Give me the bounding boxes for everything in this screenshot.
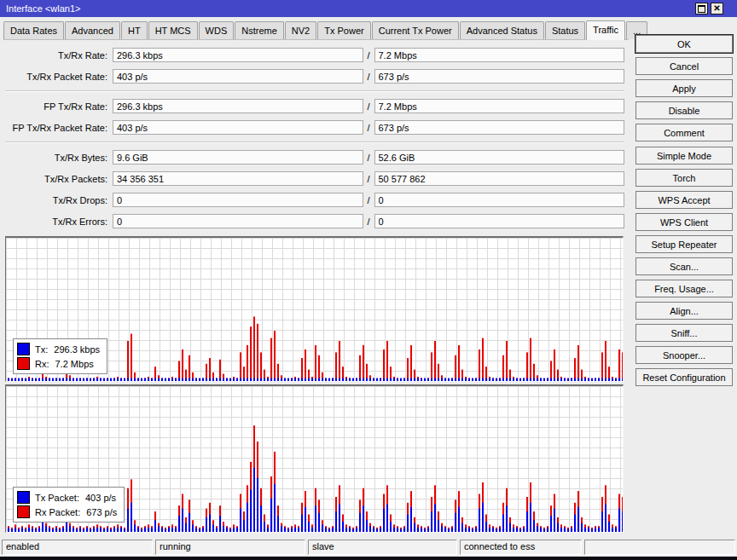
- slash-separator: /: [363, 50, 374, 61]
- traffic-packet-chart: Tx Packet: 403 p/s Rx Packet: 673 p/s: [5, 384, 624, 533]
- close-button[interactable]: ✕: [711, 3, 723, 14]
- legend-value: 7.2 Mbps: [55, 359, 94, 369]
- slash-separator: /: [363, 195, 374, 205]
- tab-nstreme[interactable]: Nstreme: [235, 21, 284, 39]
- window-bottom-edge: [0, 557, 737, 560]
- fp-rx-rate-field[interactable]: [374, 99, 625, 113]
- txrx-bytes-label: Tx/Rx Bytes:: [5, 153, 113, 163]
- simple-mode-button[interactable]: Simple Mode: [635, 147, 733, 165]
- slash-separator: /: [363, 72, 374, 82]
- legend-label: Tx:: [35, 344, 48, 355]
- txrx-packets-label: Tx/Rx Packets:: [5, 174, 113, 184]
- status-slave: slave: [308, 540, 457, 555]
- txrx-packet-rate-row: Tx/Rx Packet Rate: /: [5, 69, 624, 84]
- scan-button[interactable]: Scan...: [635, 257, 733, 275]
- rx-packets-field[interactable]: [374, 171, 625, 186]
- status-connected: connected to ess: [460, 540, 582, 555]
- tx-errors-field[interactable]: [113, 214, 363, 228]
- tab-status[interactable]: Status: [545, 21, 585, 39]
- tx-rate-field[interactable]: [113, 48, 363, 62]
- slash-separator: /: [363, 216, 374, 227]
- group-separator: [5, 90, 624, 92]
- legend-row-rx-packet: Rx Packet: 673 p/s: [17, 505, 117, 519]
- wps-accept-button[interactable]: WPS Accept: [635, 191, 733, 209]
- tab-current-tx-power[interactable]: Current Tx Power: [372, 21, 459, 39]
- legend-row-rx: Rx: 7.2 Mbps: [17, 356, 100, 371]
- txrx-errors-label: Tx/Rx Errors:: [5, 216, 113, 227]
- txrx-rate-row: Tx/Rx Rate: /: [5, 48, 624, 62]
- snooper-button[interactable]: Snooper...: [635, 346, 733, 364]
- txrx-packets-row: Tx/Rx Packets: /: [5, 171, 624, 186]
- align-button[interactable]: Align...: [635, 302, 733, 320]
- close-icon: ✕: [713, 4, 720, 13]
- tx-color-swatch: [17, 491, 30, 504]
- tab-advanced[interactable]: Advanced: [65, 21, 120, 39]
- sniff-button[interactable]: Sniff...: [635, 324, 733, 342]
- legend-row-tx: Tx: 296.3 kbps: [17, 342, 100, 356]
- tab-tx-power[interactable]: Tx Power: [317, 21, 370, 39]
- tab-wds[interactable]: WDS: [199, 21, 235, 39]
- fp-txrx-rate-label: FP Tx/Rx Rate:: [5, 101, 113, 112]
- legend-value: 296.3 kbps: [54, 344, 100, 355]
- tx-drops-field[interactable]: [113, 193, 363, 207]
- tab-ht-mcs[interactable]: HT MCS: [148, 21, 198, 39]
- legend-label: Rx:: [35, 359, 49, 369]
- txrx-errors-row: Tx/Rx Errors: /: [5, 214, 624, 228]
- legend-label: Tx Packet:: [35, 493, 79, 503]
- disable-button[interactable]: Disable: [635, 101, 733, 119]
- fp-txrx-rate-row: FP Tx/Rx Rate: /: [5, 99, 624, 113]
- reset-configuration-button[interactable]: Reset Configuration: [635, 368, 733, 386]
- rx-rate-field[interactable]: [374, 48, 625, 62]
- rx-color-swatch: [17, 357, 30, 370]
- rx-drops-field[interactable]: [374, 193, 625, 207]
- rate-legend: Tx: 296.3 kbps Rx: 7.2 Mbps: [13, 338, 107, 374]
- freq-usage-button[interactable]: Freq. Usage...: [635, 280, 733, 297]
- legend-value: 403 p/s: [85, 493, 116, 503]
- tx-color-swatch: [17, 343, 30, 355]
- window-title: Interface <wlan1>: [6, 3, 80, 14]
- txrx-drops-label: Tx/Rx Drops:: [5, 195, 113, 205]
- setup-repeater-button[interactable]: Setup Repeater: [635, 235, 733, 253]
- fp-tx-rate-field[interactable]: [113, 99, 363, 113]
- traffic-rate-chart: Tx: 296.3 kbps Rx: 7.2 Mbps: [5, 236, 624, 382]
- fp-tx-packet-rate-field[interactable]: [113, 120, 363, 135]
- slash-separator: /: [363, 123, 374, 133]
- restore-button[interactable]: [695, 3, 708, 14]
- tx-bytes-field[interactable]: [113, 150, 363, 165]
- rx-errors-field[interactable]: [374, 214, 625, 228]
- status-running: running: [155, 540, 305, 555]
- slash-separator: /: [363, 174, 374, 184]
- group-separator: [5, 141, 624, 143]
- slash-separator: /: [363, 101, 374, 112]
- txrx-drops-row: Tx/Rx Drops: /: [5, 193, 624, 207]
- tx-packets-field[interactable]: [113, 171, 363, 186]
- comment-button[interactable]: Comment: [635, 124, 733, 141]
- ok-button[interactable]: OK: [635, 35, 733, 53]
- tab-traffic[interactable]: Traffic: [586, 20, 625, 40]
- status-empty: [584, 540, 735, 555]
- packet-legend: Tx Packet: 403 p/s Rx Packet: 673 p/s: [13, 487, 125, 522]
- rx-color-swatch: [17, 505, 30, 518]
- rx-packet-rate-field[interactable]: [374, 69, 625, 84]
- tab-data-rates[interactable]: Data Rates: [3, 21, 64, 39]
- legend-value: 673 p/s: [86, 507, 117, 517]
- side-button-column: OK Cancel Apply Disable Comment Simple M…: [635, 35, 733, 390]
- tab-bar: Data Rates Advanced HT HT MCS WDS Nstrem…: [3, 19, 629, 40]
- window-controls: ✕: [695, 3, 723, 14]
- tab-advanced-status[interactable]: Advanced Status: [460, 21, 544, 39]
- tab-ht[interactable]: HT: [121, 21, 148, 39]
- status-bar: enabled running slave connected to ess: [2, 540, 735, 555]
- torch-button[interactable]: Torch: [635, 169, 733, 187]
- restore-icon: [698, 5, 705, 13]
- apply-button[interactable]: Apply: [635, 79, 733, 97]
- wps-client-button[interactable]: WPS Client: [635, 213, 733, 231]
- fp-rx-packet-rate-field[interactable]: [374, 120, 625, 135]
- fp-txrx-packet-rate-label: FP Tx/Rx Packet Rate:: [5, 123, 113, 133]
- rx-bytes-field[interactable]: [374, 150, 625, 165]
- fp-txrx-packet-rate-row: FP Tx/Rx Packet Rate: /: [5, 120, 624, 135]
- tx-packet-rate-field[interactable]: [113, 69, 363, 84]
- slash-separator: /: [363, 153, 374, 163]
- cancel-button[interactable]: Cancel: [635, 57, 733, 75]
- status-enabled: enabled: [2, 540, 153, 555]
- tab-nv2[interactable]: NV2: [285, 21, 316, 39]
